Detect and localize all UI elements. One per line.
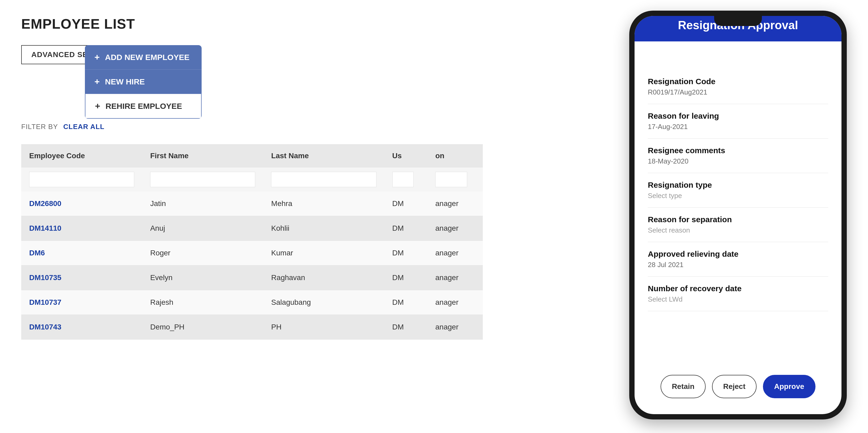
filter-first-name-input[interactable] — [150, 172, 255, 187]
us-cell: DM — [384, 290, 428, 315]
filter-inputs-row — [21, 168, 483, 192]
phone-notch — [714, 16, 762, 26]
right-panel: Resignation Approval Resignation Code R0… — [555, 10, 847, 425]
field-value[interactable]: Select reason — [648, 226, 828, 234]
filter-us-input[interactable] — [392, 172, 413, 187]
form-field: Reason for leaving 17-Aug-2021 — [648, 104, 828, 139]
rehire-employee-label: REHIRE EMPLOYEE — [105, 102, 182, 111]
field-value: 17-Aug-2021 — [648, 123, 828, 131]
field-value: 28 Jul 2021 — [648, 261, 828, 269]
filter-last-name-input[interactable] — [271, 172, 376, 187]
role-cell: anager — [427, 315, 483, 340]
left-panel: EMPLOYEE LIST ADVANCED SEARCH + ADD NEW … — [0, 0, 504, 433]
last-name-cell: Salagubang — [263, 290, 384, 315]
field-value: 18-May-2020 — [648, 157, 828, 165]
table-row: DM10743 Demo_PH PH DM anager — [21, 315, 483, 340]
page-title: EMPLOYEE LIST — [21, 16, 483, 32]
bottom-actions: RetainRejectApprove — [648, 375, 828, 398]
field-label: Resignation Code — [648, 77, 828, 86]
new-hire-label: NEW HIRE — [105, 77, 145, 86]
table-header-row: Employee Code First Name Last Name Us on — [21, 144, 483, 168]
field-value[interactable]: Select LWd — [648, 295, 828, 304]
phone-frame: Resignation Approval Resignation Code R0… — [629, 10, 847, 420]
employee-table: Employee Code First Name Last Name Us on… — [21, 144, 483, 340]
us-cell: DM — [384, 241, 428, 265]
role-cell: anager — [427, 265, 483, 290]
phone-content: Resignation Code R0019/17/Aug2021 Reason… — [634, 41, 841, 414]
role-cell: anager — [427, 290, 483, 315]
form-field: Resignation Code R0019/17/Aug2021 — [648, 69, 828, 104]
form-field[interactable]: Reason for separation Select reason — [648, 208, 828, 242]
table-row: DM26800 Jatin Mehra DM anager — [21, 192, 483, 216]
employee-code-link[interactable]: DM10735 — [29, 273, 61, 282]
rehire-employee-item[interactable]: + REHIRE EMPLOYEE — [85, 94, 202, 119]
table-row: DM10737 Rajesh Salagubang DM anager — [21, 290, 483, 315]
retain-button[interactable]: Retain — [660, 375, 706, 398]
plus-icon-2: + — [94, 77, 100, 87]
col-on: on — [427, 144, 483, 168]
first-name-cell: Rajesh — [142, 290, 263, 315]
employee-code-link[interactable]: DM10743 — [29, 323, 61, 331]
reject-button[interactable]: Reject — [712, 375, 756, 398]
field-label: Approved relieving date — [648, 250, 828, 259]
us-cell: DM — [384, 192, 428, 216]
first-name-cell: Roger — [142, 241, 263, 265]
form-fields: Resignation Code R0019/17/Aug2021 Reason… — [648, 60, 828, 311]
clear-all-button[interactable]: CLEAR ALL — [63, 123, 104, 131]
add-employee-dropdown: + ADD NEW EMPLOYEE + NEW HIRE + REHIRE E… — [85, 45, 202, 119]
table-row: DM14110 Anuj Kohlii DM anager — [21, 216, 483, 241]
last-name-cell: Mehra — [263, 192, 384, 216]
employee-code-link[interactable]: DM14110 — [29, 224, 61, 232]
first-name-cell: Evelyn — [142, 265, 263, 290]
add-new-employee-item[interactable]: + ADD NEW EMPLOYEE — [85, 45, 202, 69]
first-name-cell: Jatin — [142, 192, 263, 216]
first-name-cell: Demo_PH — [142, 315, 263, 340]
last-name-cell: Kohlii — [263, 216, 384, 241]
role-cell: anager — [427, 192, 483, 216]
employee-code-link[interactable]: DM26800 — [29, 199, 61, 208]
add-new-employee-label: ADD NEW EMPLOYEE — [105, 53, 189, 62]
form-field: Resignee comments 18-May-2020 — [648, 139, 828, 173]
field-label: Reason for separation — [648, 215, 828, 224]
new-hire-item[interactable]: + NEW HIRE — [85, 69, 202, 94]
filter-employee-code-input[interactable] — [29, 172, 134, 187]
table-row: DM10735 Evelyn Raghavan DM anager — [21, 265, 483, 290]
role-cell: anager — [427, 241, 483, 265]
form-field[interactable]: Resignation type Select type — [648, 173, 828, 208]
field-label: Resignee comments — [648, 146, 828, 155]
field-label: Reason for leaving — [648, 112, 828, 120]
role-cell: anager — [427, 216, 483, 241]
filter-label: FILTER BY — [21, 123, 58, 131]
last-name-cell: Raghavan — [263, 265, 384, 290]
col-last-name: Last Name — [263, 144, 384, 168]
form-field: Approved relieving date 28 Jul 2021 — [648, 242, 828, 277]
col-us: Us — [384, 144, 428, 168]
field-label: Resignation type — [648, 180, 828, 190]
approve-button[interactable]: Approve — [763, 375, 815, 398]
us-cell: DM — [384, 265, 428, 290]
filter-on-input[interactable] — [435, 172, 467, 187]
us-cell: DM — [384, 216, 428, 241]
toolbar: ADVANCED SEARCH + ADD NEW EMPLOYEE + NEW… — [21, 45, 483, 64]
col-employee-code: Employee Code — [21, 144, 142, 168]
plus-icon: + — [94, 52, 100, 62]
last-name-cell: Kumar — [263, 241, 384, 265]
field-value: R0019/17/Aug2021 — [648, 88, 828, 96]
phone-screen: Resignation Approval Resignation Code R0… — [634, 16, 841, 414]
field-label: Number of recovery date — [648, 284, 828, 293]
form-field[interactable]: Number of recovery date Select LWd — [648, 277, 828, 311]
field-value[interactable]: Select type — [648, 192, 828, 200]
employee-code-link[interactable]: DM6 — [29, 249, 45, 257]
employee-code-link[interactable]: DM10737 — [29, 298, 61, 306]
last-name-cell: PH — [263, 315, 384, 340]
us-cell: DM — [384, 315, 428, 340]
filter-row: FILTER BY CLEAR ALL — [21, 123, 483, 131]
table-row: DM6 Roger Kumar DM anager — [21, 241, 483, 265]
plus-icon-3: + — [95, 101, 100, 111]
first-name-cell: Anuj — [142, 216, 263, 241]
col-first-name: First Name — [142, 144, 263, 168]
